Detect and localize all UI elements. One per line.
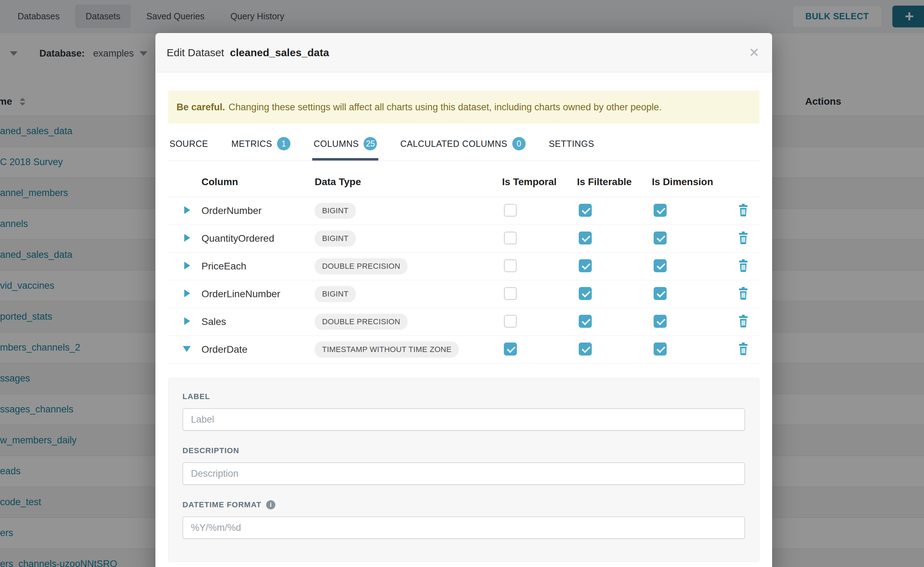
metrics-count-badge: 1 xyxy=(277,137,290,150)
is-temporal-checkbox[interactable] xyxy=(504,204,517,217)
column-row: OrderDate TIMESTAMP WITHOUT TIME ZONE xyxy=(168,336,760,364)
data-type-pill: BIGINT xyxy=(315,286,356,302)
is-filterable-header: Is Filterable xyxy=(577,176,652,188)
column-name: OrderDate xyxy=(202,344,315,355)
trash-icon[interactable] xyxy=(737,204,749,216)
column-name: Sales xyxy=(202,316,315,327)
edit-dataset-modal: Edit Dataset cleaned_sales_data ✕ Be car… xyxy=(155,33,772,567)
datetime-format-field-label: DATETIME FORMAT xyxy=(182,500,261,509)
modal-dataset-name: cleaned_sales_data xyxy=(230,47,329,58)
caret-down-icon[interactable] xyxy=(183,346,191,352)
caret-right-icon[interactable] xyxy=(184,317,190,325)
modal-title: Edit Dataset cleaned_sales_data xyxy=(167,47,329,58)
screen: Databases Datasets Saved Queries Query H… xyxy=(0,0,924,567)
column-row: QuantityOrdered BIGINT xyxy=(168,225,760,253)
label-field-label: LABEL xyxy=(182,392,210,401)
data-type-pill: DOUBLE PRECISION xyxy=(315,258,408,274)
datetime-format-input[interactable] xyxy=(182,516,745,539)
tab-source[interactable]: SOURCE xyxy=(168,137,209,160)
trash-icon[interactable] xyxy=(737,287,749,300)
column-row: Sales DOUBLE PRECISION xyxy=(168,308,760,336)
warning-bold-text: Be careful. xyxy=(176,102,225,113)
trash-icon[interactable] xyxy=(737,342,749,355)
column-name: PriceEach xyxy=(202,261,315,272)
column-row: OrderLineNumber BIGINT xyxy=(168,280,760,308)
modal-header: Edit Dataset cleaned_sales_data ✕ xyxy=(155,33,772,72)
description-input[interactable] xyxy=(182,462,745,485)
calculated-columns-count-badge: 0 xyxy=(512,137,526,150)
columns-table: Column Data Type Is Temporal Is Filterab… xyxy=(168,167,760,364)
is-dimension-checkbox[interactable] xyxy=(654,259,667,272)
trash-icon[interactable] xyxy=(737,315,749,327)
warning-text: Changing these settings will affect all … xyxy=(229,102,662,113)
column-row: PriceEach DOUBLE PRECISION xyxy=(168,253,760,280)
data-type-pill: DOUBLE PRECISION xyxy=(315,314,408,330)
is-temporal-header: Is Temporal xyxy=(502,176,577,188)
tab-metrics[interactable]: METRICS 1 xyxy=(230,137,292,160)
tab-columns[interactable]: COLUMNS 25 xyxy=(312,137,379,160)
datetime-format-field-group: DATETIME FORMAT i xyxy=(182,500,745,539)
caret-right-icon[interactable] xyxy=(184,206,190,214)
modal-title-prefix: Edit Dataset xyxy=(167,47,224,58)
trash-icon[interactable] xyxy=(737,231,749,244)
caret-right-icon[interactable] xyxy=(184,234,190,242)
tab-settings[interactable]: SETTINGS xyxy=(548,137,596,160)
label-input[interactable] xyxy=(182,408,745,431)
modal-body: Be careful. Changing these settings will… xyxy=(155,72,772,562)
is-temporal-checkbox[interactable] xyxy=(504,231,517,244)
columns-count-badge: 25 xyxy=(364,137,377,150)
trash-icon[interactable] xyxy=(737,259,749,272)
column-name: OrderNumber xyxy=(202,205,315,216)
caret-right-icon[interactable] xyxy=(184,290,190,297)
is-dimension-checkbox[interactable] xyxy=(654,342,667,356)
description-field-group: DESCRIPTION xyxy=(182,446,745,485)
tab-calculated-columns[interactable]: CALCULATED COLUMNS 0 xyxy=(399,137,527,160)
is-temporal-checkbox[interactable] xyxy=(504,342,517,356)
is-filterable-checkbox[interactable] xyxy=(579,231,592,244)
data-type-header: Data Type xyxy=(315,176,502,188)
data-type-pill: BIGINT xyxy=(315,203,356,219)
data-type-pill: BIGINT xyxy=(315,231,356,247)
info-icon[interactable]: i xyxy=(266,500,275,509)
is-filterable-checkbox[interactable] xyxy=(579,342,592,356)
columns-table-body: OrderNumber BIGINT xyxy=(168,197,760,364)
is-dimension-checkbox[interactable] xyxy=(654,204,667,217)
is-dimension-checkbox[interactable] xyxy=(654,287,667,300)
is-filterable-checkbox[interactable] xyxy=(579,204,592,217)
label-field-group: LABEL xyxy=(182,392,745,431)
is-dimension-checkbox[interactable] xyxy=(654,231,667,244)
is-dimension-header: Is Dimension xyxy=(652,176,727,188)
close-icon[interactable]: ✕ xyxy=(749,46,760,59)
column-name: QuantityOrdered xyxy=(202,233,315,244)
description-field-label: DESCRIPTION xyxy=(182,446,239,455)
is-dimension-checkbox[interactable] xyxy=(654,315,667,328)
column-name: OrderLineNumber xyxy=(202,288,315,300)
warning-banner: Be careful. Changing these settings will… xyxy=(168,91,760,124)
data-type-pill: TIMESTAMP WITHOUT TIME ZONE xyxy=(315,342,459,358)
is-filterable-checkbox[interactable] xyxy=(579,259,592,272)
is-filterable-checkbox[interactable] xyxy=(579,315,592,328)
column-detail-panel: LABEL DESCRIPTION DATETIME FORMAT i xyxy=(168,378,760,562)
column-header: Column xyxy=(202,176,315,188)
modal-tab-bar: SOURCE METRICS 1 COLUMNS 25 CALCULATED C… xyxy=(168,137,760,161)
columns-table-header: Column Data Type Is Temporal Is Filterab… xyxy=(168,167,760,197)
caret-right-icon[interactable] xyxy=(184,262,190,270)
is-temporal-checkbox[interactable] xyxy=(504,259,517,272)
is-filterable-checkbox[interactable] xyxy=(579,287,592,300)
is-temporal-checkbox[interactable] xyxy=(504,315,517,328)
column-row: OrderNumber BIGINT xyxy=(168,197,760,225)
is-temporal-checkbox[interactable] xyxy=(504,287,517,300)
